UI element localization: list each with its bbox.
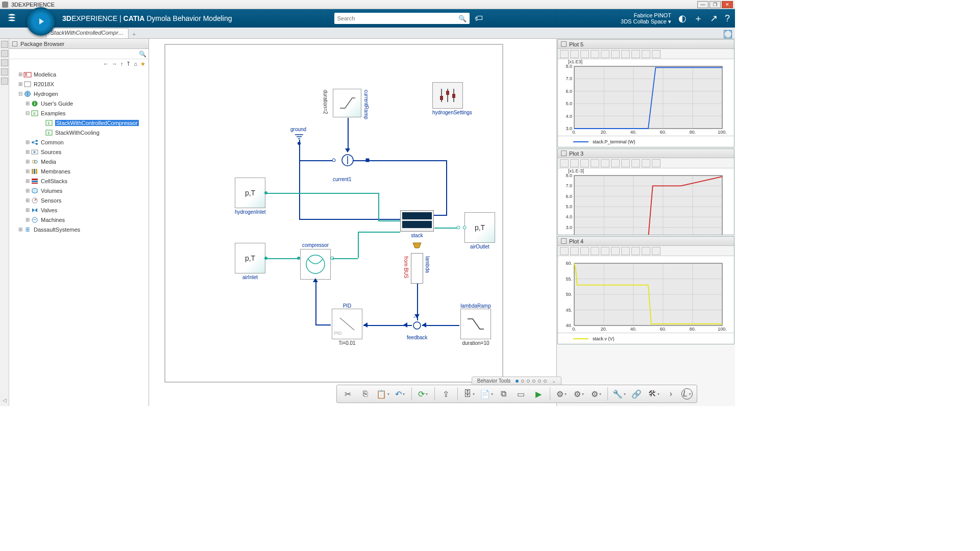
plot-tool-1[interactable] bbox=[570, 247, 579, 255]
plot-header[interactable]: Plot 4 bbox=[558, 237, 734, 246]
refresh-button[interactable]: ⟳ bbox=[416, 387, 430, 401]
build-button[interactable]: ⚙ bbox=[572, 387, 586, 401]
next-button[interactable]: › bbox=[664, 387, 678, 401]
copy-button[interactable]: ⎘ bbox=[358, 387, 373, 401]
plot-tool-3[interactable] bbox=[591, 159, 599, 167]
plot-body[interactable]: [x1.E-3]2.03.04.05.06.07.08.00.20.40.60.… bbox=[558, 168, 734, 235]
tree-item-Volumes[interactable]: ⊞Volumes bbox=[11, 186, 149, 195]
tree-item-StackWithCooling[interactable]: EStackWithCooling bbox=[11, 128, 149, 137]
tree-item-Membranes[interactable]: ⊞Membranes bbox=[11, 166, 149, 176]
tree-item-R2018X[interactable]: ⊞R2018X bbox=[11, 79, 149, 89]
diagram-canvas[interactable]: hydrogenSettings currentRamp duration=2 … bbox=[149, 39, 556, 406]
tree-expander-icon[interactable]: ⊞ bbox=[24, 217, 30, 222]
tree-expander-icon[interactable]: ⊟ bbox=[17, 91, 23, 96]
plot-tool-3[interactable] bbox=[591, 50, 599, 58]
tree-expander-icon[interactable]: ⊞ bbox=[24, 197, 30, 203]
component-current1[interactable] bbox=[341, 154, 354, 168]
properties-button[interactable]: 📄 bbox=[479, 387, 494, 401]
profile-icon[interactable]: ◐ bbox=[678, 13, 687, 24]
plot-tool-0[interactable] bbox=[560, 247, 569, 255]
chevron-down-icon[interactable]: ⌄ bbox=[552, 378, 556, 384]
plot-tool-0[interactable] bbox=[560, 159, 569, 167]
plot-tool-9[interactable] bbox=[652, 50, 660, 58]
nav-home-icon[interactable]: ⌂ bbox=[134, 61, 137, 67]
script-button[interactable]: ▭ bbox=[514, 387, 528, 401]
rail-icon-2[interactable] bbox=[1, 50, 8, 57]
tree-expander-icon[interactable]: ⊞ bbox=[24, 168, 30, 174]
tree-expander-icon[interactable]: ⊞ bbox=[24, 101, 30, 106]
tree-item-CellStacks[interactable]: ⊞CellStacks bbox=[11, 176, 149, 186]
nav-star-icon[interactable]: ★ bbox=[140, 61, 145, 67]
tree-item-User-s-Guide[interactable]: ⊞iUser's Guide bbox=[11, 98, 149, 108]
maximize-view-button[interactable]: ⛶ bbox=[724, 30, 732, 38]
component-bus[interactable] bbox=[412, 242, 422, 250]
plot-tool-4[interactable] bbox=[601, 50, 609, 58]
component-currentRamp[interactable] bbox=[333, 89, 361, 117]
window-minimize-button[interactable]: — bbox=[697, 1, 708, 8]
view-button[interactable]: 🔧 bbox=[612, 387, 626, 401]
tree-expander-icon[interactable]: ⊞ bbox=[24, 149, 30, 155]
browser-search-input[interactable] bbox=[11, 51, 139, 57]
tree-expander-icon[interactable]: ⊞ bbox=[17, 227, 23, 232]
nav-top-icon[interactable]: ⤒ bbox=[126, 61, 131, 67]
tree-item-DassaultSystemes[interactable]: ⊞DassaultSystemes bbox=[11, 224, 149, 234]
rail-icon-3[interactable] bbox=[1, 59, 8, 66]
tree-expander-icon[interactable]: ⊞ bbox=[17, 71, 23, 77]
nav-fwd-icon[interactable]: → bbox=[112, 61, 117, 67]
plot-tool-4[interactable] bbox=[601, 159, 609, 167]
check-button[interactable]: ⚙ bbox=[589, 387, 603, 401]
tree-item-Valves[interactable]: ⊞Valves bbox=[11, 205, 149, 215]
plot-tool-5[interactable] bbox=[611, 247, 620, 255]
plot-tool-8[interactable] bbox=[642, 247, 650, 255]
tree-expander-icon[interactable]: ⊞ bbox=[24, 139, 30, 145]
user-info[interactable]: Fabrice PINOT 3DS Collab Space ▾ bbox=[621, 12, 671, 24]
tree-item-Hydrogen[interactable]: ⊟Hydrogen bbox=[11, 89, 149, 98]
tool-button[interactable]: 🛠 bbox=[647, 387, 661, 401]
plot-tool-2[interactable] bbox=[580, 159, 589, 167]
database-button[interactable]: 🗄 bbox=[462, 387, 476, 401]
tab-active[interactable]: StackWithControlledCompr… bbox=[46, 28, 129, 38]
license-button[interactable]: L bbox=[681, 388, 693, 399]
component-hydrogenInlet[interactable]: p,T hydrogenInlet bbox=[235, 178, 266, 215]
component-PID[interactable]: PID PID Ti=0.01 bbox=[332, 303, 362, 346]
plot-tool-0[interactable] bbox=[560, 50, 569, 58]
paste-button[interactable]: 📋 bbox=[376, 387, 390, 401]
plot-tool-1[interactable] bbox=[570, 159, 579, 167]
plot-tool-1[interactable] bbox=[570, 50, 579, 58]
plot-body[interactable]: 40.45.50.55.60.0.20.40.60.80.100. bbox=[558, 256, 734, 333]
component-airInlet[interactable]: p,T airInlet bbox=[235, 243, 265, 280]
component-hydrogenSettings[interactable]: hydrogenSettings bbox=[432, 82, 472, 115]
component-feedback[interactable] bbox=[412, 321, 422, 331]
browser-search-icon[interactable]: 🔍 bbox=[139, 51, 146, 58]
plot-header[interactable]: Plot 5 bbox=[558, 40, 734, 49]
tree-expander-icon[interactable]: ⊞ bbox=[24, 178, 30, 184]
plot-tool-9[interactable] bbox=[652, 247, 660, 255]
cut-button[interactable]: ✂ bbox=[341, 387, 355, 401]
tree-item-Examples[interactable]: ⊟EExamples bbox=[11, 108, 149, 118]
plot-tool-6[interactable] bbox=[621, 247, 630, 255]
tree-expander-icon[interactable]: ⊞ bbox=[17, 81, 23, 87]
compass-button[interactable] bbox=[27, 7, 55, 36]
tree-item-Sensors[interactable]: ⊞Sensors bbox=[11, 195, 149, 205]
run-button[interactable]: ▶ bbox=[531, 387, 546, 401]
add-icon[interactable]: ＋ bbox=[694, 12, 703, 24]
rail-icon-4[interactable] bbox=[1, 68, 8, 76]
tree-expander-icon[interactable]: ⊞ bbox=[24, 159, 30, 164]
component-airOutlet[interactable]: p,T airOutlet bbox=[464, 212, 495, 249]
export-button[interactable]: ⇪ bbox=[439, 387, 453, 401]
plot-tool-6[interactable] bbox=[621, 159, 630, 167]
plot-tool-7[interactable] bbox=[631, 247, 640, 255]
behavior-tools-tab[interactable]: Behavior Tools ⌄ bbox=[472, 377, 561, 385]
tree-item-Sources[interactable]: ⊞Sources bbox=[11, 147, 149, 157]
tree-item-Modelica[interactable]: ⊞Modelica bbox=[11, 69, 149, 79]
plot-tool-9[interactable] bbox=[652, 159, 660, 167]
rail-icon-5[interactable] bbox=[1, 78, 8, 85]
plot-header[interactable]: Plot 3 bbox=[558, 149, 734, 158]
tree-item-Common[interactable]: ⊞Common bbox=[11, 137, 149, 147]
plot-tool-8[interactable] bbox=[642, 50, 650, 58]
tab-add-button[interactable]: + bbox=[131, 30, 138, 38]
search-input[interactable] bbox=[337, 15, 458, 21]
tree-expander-icon[interactable]: ⊟ bbox=[24, 110, 30, 116]
plot-tool-7[interactable] bbox=[631, 50, 640, 58]
component-stack[interactable]: stack bbox=[400, 210, 434, 238]
